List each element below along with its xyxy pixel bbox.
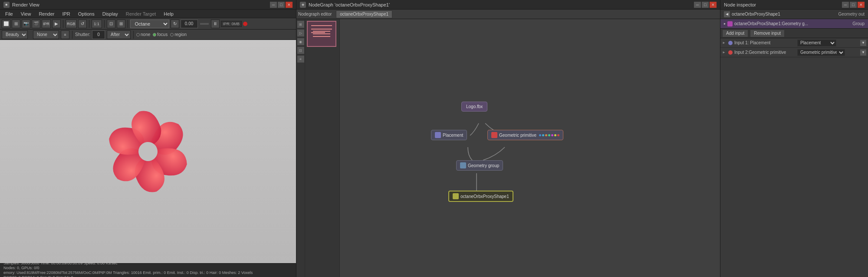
tb-btn-1[interactable]: ⬜ — [2, 20, 10, 28]
value-input[interactable] — [181, 20, 198, 28]
input2-value-col: Geometric primitive — [797, 49, 858, 56]
menu-help[interactable]: Help — [160, 10, 177, 18]
radio-none-item[interactable]: none — [136, 32, 150, 37]
ipr-badge: IPR: 0MB — [221, 21, 242, 27]
node-geogroup[interactable]: Geometry group — [456, 160, 503, 171]
node-logo-label: Logo.fbx — [466, 104, 483, 109]
node-canvas[interactable]: Logo.fbx Placement Geometric primitive — [340, 19, 720, 277]
tb-btn-film[interactable]: 🎬 — [32, 20, 40, 28]
close-btn[interactable]: ✕ — [286, 2, 293, 8]
toolbar-row1: ⬜ ⊞ 📷 🎬 IPR ▶ RGB ↺ 1:1 ⊡ ⊞ Octane ↻ ⏸ I… — [0, 18, 296, 30]
radio-region-btn[interactable] — [170, 33, 174, 36]
ins-maximize-btn[interactable]: □ — [850, 2, 857, 8]
input2-type-select[interactable]: Geometric primitive — [797, 49, 845, 56]
inspector-expand-icon: ▸ — [724, 22, 726, 26]
tb-btn-rgb[interactable]: RGB — [66, 20, 77, 28]
dot-3 — [545, 134, 547, 136]
input2-expand: ► — [722, 50, 726, 54]
menu-view[interactable]: View — [17, 10, 35, 18]
sep-6 — [133, 31, 134, 39]
inspector-input2-row: ► Input 2:Geometric primitive Geometric … — [720, 48, 868, 57]
sidebar-icon-5[interactable]: ≡ — [297, 56, 304, 63]
node-proxy-label: octaneOrbxProxyShape1 — [460, 194, 509, 199]
menu-render-target[interactable]: Render Target — [122, 10, 160, 18]
tb-btn-ipr[interactable]: IPR — [42, 20, 51, 28]
input1-settings-btn[interactable]: ▼ — [860, 40, 866, 46]
minimize-btn[interactable]: ─ — [270, 2, 277, 8]
menu-display[interactable]: Display — [99, 10, 122, 18]
radio-focus-btn[interactable] — [153, 33, 156, 36]
inspector-node-row: ▸ octaneOrbxProxShape1:Geometry g... Gro… — [720, 19, 868, 29]
nodegraph-content: ⊞ ▷ ◉ ⊡ ≡ — [296, 19, 720, 277]
render-3d-object — [79, 82, 217, 221]
none-select[interactable]: None — [33, 30, 59, 39]
add-input-btn[interactable]: Add input — [722, 30, 748, 37]
after-select[interactable]: After — [107, 30, 131, 39]
ng-maximize-btn[interactable]: □ — [702, 2, 709, 8]
tb-btn-pause[interactable]: ⏸ — [211, 20, 220, 28]
sidebar-icon-3[interactable]: ◉ — [297, 38, 304, 45]
record-dot — [243, 22, 247, 26]
sep-2 — [89, 20, 89, 28]
remove-input-btn[interactable]: Remove input — [750, 30, 785, 37]
sidebar-icon-1[interactable]: ⊞ — [297, 21, 304, 28]
tb-btn-ratio[interactable]: 1:1 — [92, 20, 102, 28]
thumbnail-panel — [305, 19, 340, 277]
input1-type-select[interactable]: Placement — [797, 40, 836, 46]
render-window-titlebar: ■ Render View ─ □ ✕ — [0, 0, 296, 10]
radio-none-btn[interactable] — [136, 33, 140, 36]
node-proxy[interactable]: octaneOrbxProxyShape1 — [448, 191, 513, 202]
node-placement[interactable]: Placement — [431, 130, 467, 140]
menu-ipr[interactable]: IPR — [59, 10, 73, 18]
sep-4 — [128, 20, 128, 28]
status-line4: RGB32: 0 RGB64: 0 Gray8: 0 Gray16: 0 — [3, 275, 293, 277]
tb-btn-fit[interactable]: ⊡ — [107, 20, 115, 28]
octane-dropdown[interactable]: Octane — [130, 20, 169, 28]
ng-close-btn[interactable]: ✕ — [710, 2, 717, 8]
menu-render[interactable]: Render — [35, 10, 58, 18]
proxy-icon — [453, 193, 459, 199]
input1-label-col: Input 1: Placement — [734, 40, 796, 45]
inspector-window-title: Node inspector — [724, 2, 756, 7]
sidebar-icon-4[interactable]: ⊡ — [297, 47, 304, 54]
render-window-icon: ■ — [3, 2, 10, 8]
placement-icon — [435, 132, 441, 138]
ins-minimize-btn[interactable]: ─ — [842, 2, 849, 8]
shutter-input[interactable] — [92, 30, 105, 39]
beauty-select[interactable]: Beauty — [2, 30, 28, 39]
inspector-panel: ◀ octaneOrbxProxyShape1 Geometry out ▸ o… — [720, 10, 868, 277]
maximize-btn[interactable]: □ — [278, 2, 285, 8]
tb-btn-2[interactable]: ⊞ — [12, 20, 20, 28]
input2-label-col: Input 2:Geometric primitive — [734, 50, 796, 55]
sidebar-icon-2[interactable]: ▷ — [297, 30, 304, 36]
input2-settings-btn[interactable]: ▼ — [860, 49, 866, 56]
input2-label: Input 2:Geometric primitive — [734, 50, 786, 55]
node-geometric[interactable]: Geometric primitive — [487, 130, 563, 140]
inspector-node-name-2: octaneOrbxProxShape1:Geometry g... — [734, 21, 851, 26]
sep-1 — [63, 20, 63, 28]
node-placement-label: Placement — [443, 133, 463, 138]
top-title-bars: ■ Render View ─ □ ✕ ◈ NodeGraph 'octaneO… — [0, 0, 868, 10]
tb-btn-zoom[interactable]: ⊞ — [117, 20, 125, 28]
tb-btn-refresh[interactable]: ↻ — [171, 20, 179, 28]
dot-1 — [539, 134, 541, 136]
ins-close-btn[interactable]: ✕ — [858, 2, 865, 8]
tb-btn-play[interactable]: ▶ — [52, 20, 61, 28]
progress-bar — [200, 23, 209, 25]
tb-btn-list[interactable]: ≡ — [61, 30, 69, 39]
radio-focus-item[interactable]: focus — [153, 32, 168, 37]
dot-6 — [554, 134, 556, 136]
radio-none-label: none — [141, 32, 150, 37]
inspector-output-label: Geometry out — [838, 12, 865, 16]
menu-options[interactable]: Options — [75, 10, 98, 18]
geogroup-icon — [460, 162, 466, 168]
inspector-btn-row: Add input Remove input — [720, 29, 868, 38]
radio-region-item[interactable]: region — [170, 32, 187, 37]
nodegraph-tab[interactable]: octaneOrbxProxyShape1 — [336, 10, 392, 18]
thumbnail-1[interactable] — [307, 21, 336, 47]
node-logo[interactable]: Logo.fbx — [461, 102, 487, 112]
menu-file[interactable]: File — [2, 10, 16, 18]
tb-btn-camera[interactable]: 📷 — [22, 20, 30, 28]
ng-minimize-btn[interactable]: ─ — [694, 2, 701, 8]
tb-btn-rotate[interactable]: ↺ — [78, 20, 87, 28]
